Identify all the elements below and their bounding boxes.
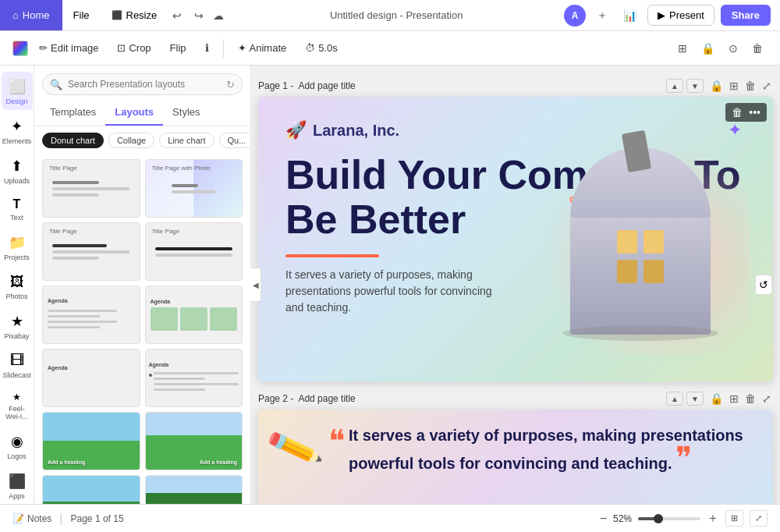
analytics-button[interactable]: 📊 (619, 6, 641, 25)
collapse-panel-button[interactable]: ◀ (250, 268, 261, 302)
slide-1-add-title[interactable]: Add page title (298, 80, 355, 91)
sidebar-item-photos[interactable]: 🖼 Photos (2, 268, 33, 305)
notes-button[interactable]: 📝 Notes (12, 513, 51, 524)
layout-thumb-title2[interactable]: Title Page (42, 222, 140, 281)
slide2-lock-button[interactable]: 🔒 (708, 391, 725, 406)
logos-label: Logos (7, 452, 27, 460)
position-button[interactable]: ⊞ (673, 39, 692, 58)
layout-thumb-section1[interactable]: Add a Section Title (42, 475, 140, 504)
layout-thumb-landscape1[interactable]: Add a heading (42, 412, 140, 470)
chip-more[interactable]: Qu... (219, 133, 251, 148)
sidebar-item-slidecast[interactable]: 🎞 Slidecast (2, 346, 33, 384)
animate-button[interactable]: ✦ Animate (230, 38, 295, 58)
share-button[interactable]: Share (721, 5, 771, 26)
grid-view-button[interactable]: ⊞ (725, 510, 743, 527)
layout-thumb-landscape2[interactable]: Add a heading (145, 412, 243, 470)
slide2-expand-button[interactable]: ⤢ (760, 391, 773, 406)
layout-thumb-agenda1[interactable]: Agenda (42, 286, 140, 344)
present-button[interactable]: ▶ Present (647, 5, 714, 26)
undo-button[interactable]: ↩ (168, 6, 186, 25)
add-user-button[interactable]: ＋ (592, 5, 612, 26)
sidebar-item-feelwei[interactable]: ★ Feel-Wei-I... (2, 385, 33, 425)
top-right-actions: A ＋ 📊 ▶ Present Share (564, 5, 780, 27)
slide-2-add-title[interactable]: Add page title (298, 393, 355, 404)
nav-home[interactable]: ⌂ Home (0, 0, 62, 30)
ground-shadow (562, 325, 718, 341)
layout-label-agenda: Agenda (151, 299, 171, 304)
sidebar-item-projects[interactable]: 📁 Projects (2, 228, 33, 266)
home-icon: ⌂ (12, 9, 19, 21)
nav-resize[interactable]: ⬛ Resize (101, 0, 168, 30)
window (617, 260, 637, 283)
slide-1-icons: 🔒 ⊞ 🗑 ⤢ (708, 78, 773, 94)
slide2-trash-button[interactable]: 🗑 (743, 391, 757, 406)
fullscreen-button[interactable]: ⤢ (750, 510, 768, 527)
slide-trash-button[interactable]: 🗑 (743, 78, 757, 94)
layout-thumb-agenda3[interactable]: Agenda (42, 349, 140, 407)
layout-thumb-agenda4[interactable]: Agenda • (145, 349, 243, 407)
sidebar-item-uploads[interactable]: ⬆ Uploads (2, 151, 33, 190)
sidebar-item-design[interactable]: ⬜ Design (2, 72, 33, 110)
slide-2-label: Page 2 - (258, 393, 293, 404)
layout-thumb-title3[interactable]: Title Page (145, 222, 243, 281)
sidebar-item-apps[interactable]: ⬛ Apps (2, 466, 33, 504)
lock-button[interactable]: 🔒 (697, 39, 719, 58)
tab-layouts[interactable]: Layouts (105, 100, 163, 126)
slide2-grid-button[interactable]: ⊞ (728, 391, 740, 406)
color-swatch[interactable] (12, 41, 28, 56)
nav-file[interactable]: File (62, 0, 101, 30)
slide-lock-button[interactable]: 🔒 (708, 78, 725, 94)
slide-1[interactable]: 🗑 ••• 🚀 Larana, Inc. Build Your Company … (258, 97, 773, 381)
slide2-down-button[interactable]: ▼ (686, 392, 704, 406)
tab-templates[interactable]: Templates (41, 100, 105, 126)
slide-expand-button[interactable]: ⤢ (760, 78, 773, 94)
delete-toolbar-button[interactable]: 🗑 (747, 39, 768, 58)
layout-thumb-title-plain[interactable]: Title Page (42, 159, 140, 218)
crop-button[interactable]: ⊡ Crop (109, 38, 158, 58)
user-avatar[interactable]: A (564, 5, 586, 27)
slide-down-button[interactable]: ▼ (686, 79, 704, 93)
clock-icon: ⏱ (305, 42, 315, 54)
chip-donut[interactable]: Donut chart (42, 133, 104, 148)
search-input[interactable] (42, 73, 243, 95)
flip-button[interactable]: Flip (162, 38, 194, 58)
layout-grid: Title Page Title Page with Photo Title P… (34, 154, 250, 504)
chip-collage[interactable]: Collage (108, 133, 154, 148)
edit-image-button[interactable]: ✏ Edit image (31, 38, 106, 58)
slide-subtitle[interactable]: It serves a variety of purposes, making … (285, 267, 504, 316)
slide-2-icons: 🔒 ⊞ 🗑 ⤢ (708, 391, 773, 406)
redo-button[interactable]: ↪ (190, 6, 208, 25)
layout-thumb-title-photo[interactable]: Title Page with Photo (145, 159, 243, 218)
slide-2-content: ✏️ ❝ It serves a variety of purposes, ma… (258, 410, 773, 504)
slide2-up-button[interactable]: ▲ (666, 392, 683, 406)
copy-button[interactable]: ⊙ (724, 39, 743, 58)
rotate-view-button[interactable]: ↺ (755, 275, 772, 295)
top-bar: ⌂ Home File ⬛ Resize ↩ ↪ ☁ Untitled desi… (0, 0, 780, 31)
sidebar-item-text[interactable]: T Text (2, 191, 33, 226)
cloud-save-icon[interactable]: ☁ (208, 6, 229, 25)
sidebar-item-elements[interactable]: ✦ Elements (2, 112, 33, 150)
sidebar-item-logos[interactable]: ◉ Logos (2, 427, 33, 465)
thumb-content: • (149, 369, 239, 394)
zoom-slider[interactable] (638, 517, 700, 520)
slide-2-container: Page 2 - Add page title ▲ ▼ 🔒 ⊞ 🗑 ⤢ (258, 391, 773, 504)
tab-styles[interactable]: Styles (163, 100, 209, 126)
design-icon: ⬜ (9, 78, 26, 95)
thumb-line (172, 190, 215, 193)
slide-up-button[interactable]: ▲ (666, 79, 683, 93)
duration-button[interactable]: ⏱ 5.0s (297, 38, 346, 58)
flip-label: Flip (170, 42, 186, 54)
slide-grid-button[interactable]: ⊞ (728, 78, 740, 94)
layout-thumb-agenda2[interactable]: Agenda (145, 286, 243, 344)
elements-label: Elements (2, 137, 32, 145)
sidebar-item-pixabay[interactable]: ★ Pixabay (2, 307, 33, 345)
zoom-out-button[interactable]: − (600, 512, 607, 526)
duration-label: 5.0s (318, 42, 338, 54)
chip-linechart[interactable]: Line chart (159, 133, 214, 148)
slide-2[interactable]: ✏️ ❝ It serves a variety of purposes, ma… (258, 410, 773, 504)
section-bg (43, 476, 140, 504)
search-clear-icon[interactable]: ↻ (226, 79, 235, 90)
layout-thumb-section2[interactable]: Add a Section Title (145, 475, 243, 504)
zoom-in-button[interactable]: ＋ (707, 510, 719, 527)
info-button[interactable]: ℹ (197, 38, 217, 58)
